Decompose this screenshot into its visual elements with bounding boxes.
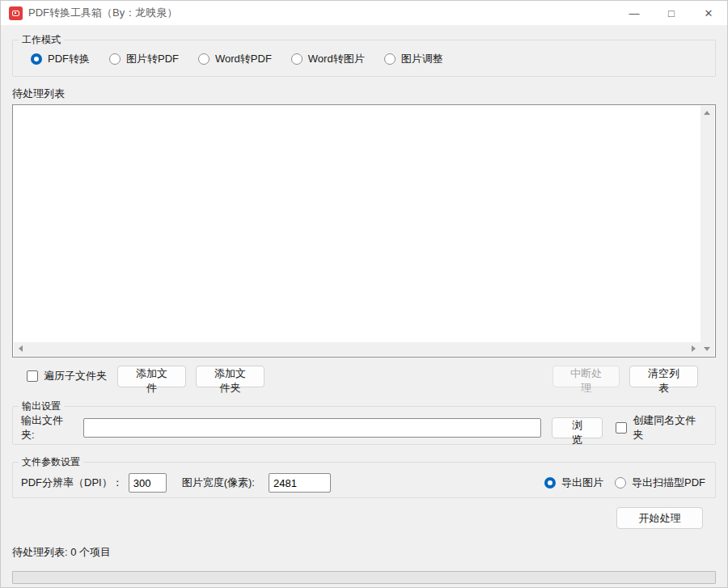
minimize-button[interactable]: — <box>616 1 653 25</box>
start-row: 开始处理 <box>12 507 716 529</box>
export-options: 导出图片 导出扫描型PDF <box>544 476 705 490</box>
radio-pdf-convert[interactable]: PDF转换 <box>31 52 90 66</box>
window-title: PDF转换工具箱（By：龙映泉） <box>28 6 177 20</box>
radio-export-image[interactable]: 导出图片 <box>544 476 603 490</box>
radio-image-to-pdf[interactable]: 图片转PDF <box>109 52 179 66</box>
radio-selected-icon <box>31 53 42 65</box>
image-width-input[interactable] <box>269 473 331 493</box>
pdf-dpi-label: PDF分辨率（DPI）： <box>21 476 123 490</box>
radio-label: 导出扫描型PDF <box>632 476 705 490</box>
maximize-button[interactable]: □ <box>653 1 690 25</box>
work-mode-group: 工作模式 PDF转换 图片转PDF Word转PDF Word转图片 <box>12 33 716 77</box>
radio-image-adjust[interactable]: 图片调整 <box>384 52 443 66</box>
radio-label: 图片转PDF <box>126 52 179 66</box>
output-settings-group-label: 输出设置 <box>19 400 64 413</box>
window-controls: — □ ✕ <box>616 1 727 25</box>
app-icon <box>9 6 23 20</box>
checkbox-label: 创建同名文件夹 <box>633 413 705 442</box>
file-params-group: 文件参数设置 PDF分辨率（DPI）： 图片宽度(像素): 导出图片 导出扫描型… <box>12 455 716 498</box>
list-actions-row: 遍历子文件夹 添加文件 添加文件夹 中断处理 清空列表 <box>12 365 716 387</box>
app-window: PDF转换工具箱（By：龙映泉） — □ ✕ 工作模式 PDF转换 图片转PDF <box>0 0 728 588</box>
start-processing-button[interactable]: 开始处理 <box>616 507 703 529</box>
main-content: 工作模式 PDF转换 图片转PDF Word转PDF Word转图片 <box>1 25 727 587</box>
output-settings-group: 输出设置 输出文件夹: 浏览 创建同名文件夹 <box>12 400 716 445</box>
work-mode-options: PDF转换 图片转PDF Word转PDF Word转图片 图片调整 <box>13 47 715 71</box>
pdf-dpi-input[interactable] <box>129 473 167 493</box>
radio-icon <box>291 53 303 65</box>
radio-selected-icon <box>544 477 556 489</box>
titlebar: PDF转换工具箱（By：龙映泉） — □ ✕ <box>1 1 727 25</box>
pending-list-box[interactable] <box>12 104 716 357</box>
add-folder-button[interactable]: 添加文件夹 <box>196 366 265 387</box>
radio-word-to-image[interactable]: Word转图片 <box>291 52 365 66</box>
radio-label: PDF转换 <box>48 52 90 66</box>
clear-list-button[interactable]: 清空列表 <box>629 366 698 387</box>
checkbox-icon <box>616 422 627 434</box>
interrupt-button: 中断处理 <box>552 366 620 387</box>
checkbox-label: 遍历子文件夹 <box>44 369 107 383</box>
scroll-up-icon[interactable] <box>704 111 710 115</box>
radio-label: 导出图片 <box>561 476 603 490</box>
radio-icon <box>384 53 396 65</box>
pdf-logo-icon <box>12 11 19 16</box>
radio-label: Word转图片 <box>308 52 365 66</box>
traverse-subfolders-checkbox[interactable]: 遍历子文件夹 <box>27 369 107 383</box>
horizontal-scrollbar[interactable] <box>14 342 700 356</box>
browse-button[interactable]: 浏览 <box>552 417 603 438</box>
pending-list-label: 待处理列表 <box>12 87 716 101</box>
scroll-left-icon[interactable] <box>19 345 23 352</box>
output-row: 输出文件夹: 浏览 创建同名文件夹 <box>13 413 715 442</box>
radio-icon <box>198 53 210 65</box>
file-params-row: PDF分辨率（DPI）： 图片宽度(像素): 导出图片 导出扫描型PDF <box>13 469 715 497</box>
output-folder-input[interactable] <box>83 418 541 438</box>
radio-label: Word转PDF <box>215 52 272 66</box>
create-same-name-folder-checkbox[interactable]: 创建同名文件夹 <box>616 413 705 442</box>
work-mode-group-label: 工作模式 <box>19 33 64 47</box>
radio-icon <box>615 477 626 489</box>
close-button[interactable]: ✕ <box>690 1 727 25</box>
vertical-scrollbar[interactable] <box>700 106 714 356</box>
progress-bar <box>12 571 716 584</box>
status-text: 待处理列表: 0 个项目 <box>12 545 716 560</box>
image-width-label: 图片宽度(像素): <box>182 476 255 490</box>
radio-label: 图片调整 <box>401 52 443 66</box>
radio-export-scanned-pdf[interactable]: 导出扫描型PDF <box>615 476 705 490</box>
checkbox-icon <box>27 370 38 382</box>
radio-icon <box>109 53 121 65</box>
scroll-down-icon[interactable] <box>704 347 710 351</box>
add-files-button[interactable]: 添加文件 <box>117 366 186 387</box>
radio-word-to-pdf[interactable]: Word转PDF <box>198 52 272 66</box>
scroll-right-icon[interactable] <box>692 345 696 352</box>
file-params-group-label: 文件参数设置 <box>19 455 83 469</box>
output-folder-label: 输出文件夹: <box>21 413 76 442</box>
